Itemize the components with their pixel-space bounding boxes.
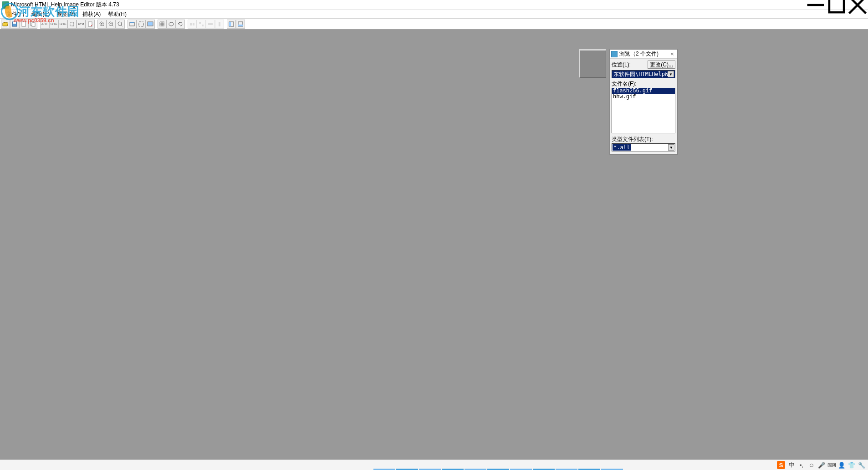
align3-icon[interactable] bbox=[206, 20, 215, 29]
save-icon[interactable] bbox=[10, 20, 19, 29]
type-value: *.all bbox=[613, 144, 631, 151]
svg-rect-35 bbox=[238, 25, 243, 26]
workspace bbox=[0, 30, 868, 460]
panel1-icon[interactable] bbox=[227, 20, 236, 29]
ime-skin-icon[interactable]: 👕 bbox=[848, 461, 855, 469]
toolbar: ART SHG SHG HTM bbox=[0, 19, 868, 30]
menu-edit[interactable]: 编辑(E) bbox=[28, 10, 53, 19]
type-label: 类型文件列表(T): bbox=[612, 136, 675, 143]
browse-panel: 浏览（2 个文件) × 位置(L): 更改(C)... 东软件园\HTMLHel… bbox=[609, 49, 678, 155]
svg-rect-9 bbox=[70, 22, 74, 26]
svg-rect-27 bbox=[193, 23, 194, 25]
location-label: 位置(L): bbox=[612, 61, 631, 69]
svg-rect-26 bbox=[190, 23, 192, 25]
html-icon[interactable]: HTM bbox=[77, 20, 86, 29]
ime-lang-icon[interactable]: 中 bbox=[788, 461, 795, 469]
capture-window-icon[interactable] bbox=[128, 20, 137, 29]
system-tray: S 中 •, ☺ 🎤 ⌨ 👤 👕 🔧 bbox=[777, 460, 868, 470]
menubar: 文件(F) 编辑(E) 视图(V) 捕获(A) 帮助(H) bbox=[0, 10, 868, 19]
filename-label: 文件名(F): bbox=[612, 80, 675, 88]
align4-icon[interactable] bbox=[215, 20, 224, 29]
svg-rect-6 bbox=[22, 22, 26, 26]
zoom-fit-icon[interactable] bbox=[116, 20, 125, 29]
grid-icon[interactable] bbox=[158, 20, 167, 29]
svg-rect-5 bbox=[13, 22, 16, 24]
maximize-button[interactable] bbox=[826, 0, 847, 10]
svg-point-18 bbox=[118, 22, 122, 25]
capture-screen-icon[interactable] bbox=[146, 20, 155, 29]
minimize-button[interactable] bbox=[805, 0, 826, 10]
ime-mic-icon[interactable]: 🎤 bbox=[818, 461, 825, 469]
svg-line-16 bbox=[112, 25, 113, 26]
ime-settings-icon[interactable]: 🔧 bbox=[858, 461, 865, 469]
copy-icon[interactable] bbox=[28, 20, 37, 29]
window-titlebar: Microsoft HTML Help Image Editor 版本 4.73 bbox=[0, 0, 868, 10]
ime-punct-icon[interactable]: •, bbox=[798, 461, 805, 469]
browse-panel-icon bbox=[611, 51, 618, 57]
zoom-out-icon[interactable] bbox=[107, 20, 116, 29]
svg-rect-28 bbox=[199, 22, 201, 24]
svg-rect-22 bbox=[139, 22, 143, 26]
type-dropdown[interactable]: *.all ▼ bbox=[612, 143, 675, 152]
menu-file[interactable]: 文件(F) bbox=[3, 10, 28, 19]
panel2-icon[interactable] bbox=[236, 20, 245, 29]
svg-rect-30 bbox=[208, 23, 213, 25]
ime-face-icon[interactable]: ☺ bbox=[808, 461, 815, 469]
location-value: 东软件园\HTMLHelpWorkshop bbox=[613, 71, 668, 78]
ime-user-icon[interactable]: 👤 bbox=[838, 461, 845, 469]
close-button[interactable] bbox=[847, 0, 868, 10]
svg-line-12 bbox=[103, 25, 104, 26]
chevron-down-icon: ▼ bbox=[668, 71, 674, 77]
align1-icon[interactable] bbox=[188, 20, 197, 29]
align2-icon[interactable] bbox=[197, 20, 206, 29]
app-icon bbox=[2, 1, 9, 9]
svg-point-25 bbox=[169, 22, 174, 26]
taskbar: S 中 •, ☺ 🎤 ⌨ 👤 👕 🔧 bbox=[0, 460, 868, 470]
svg-rect-24 bbox=[148, 22, 153, 25]
svg-rect-29 bbox=[202, 25, 204, 26]
shg-icon[interactable]: SHG bbox=[49, 20, 58, 29]
svg-line-19 bbox=[121, 25, 123, 26]
ime-sogou-icon[interactable]: S bbox=[777, 461, 785, 469]
open-icon[interactable] bbox=[1, 20, 10, 29]
file-listbox[interactable]: flash256.gif hhw.gif bbox=[612, 88, 675, 133]
browse-panel-title: 浏览（2 个文件) bbox=[619, 50, 659, 58]
svg-rect-21 bbox=[130, 22, 134, 23]
list-item[interactable]: hhw.gif bbox=[612, 94, 675, 100]
thumbnail-preview bbox=[579, 49, 606, 78]
clip-icon[interactable] bbox=[67, 20, 77, 29]
shg2-icon[interactable]: SHG bbox=[58, 20, 67, 29]
redo-icon[interactable] bbox=[176, 20, 185, 29]
change-button[interactable]: 更改(C)... bbox=[648, 61, 675, 69]
oval-icon[interactable] bbox=[167, 20, 176, 29]
art-icon[interactable]: ART bbox=[40, 20, 49, 29]
svg-rect-8 bbox=[32, 23, 35, 26]
menu-view[interactable]: 视图(V) bbox=[53, 10, 79, 19]
page-icon[interactable] bbox=[86, 20, 95, 29]
location-dropdown[interactable]: 东软件园\HTMLHelpWorkshop ▼ bbox=[612, 70, 675, 78]
chevron-down-icon: ▼ bbox=[668, 144, 674, 151]
ime-keyboard-icon[interactable]: ⌨ bbox=[828, 461, 835, 469]
svg-rect-31 bbox=[219, 22, 220, 26]
browse-panel-close[interactable]: × bbox=[669, 51, 676, 57]
new-icon[interactable] bbox=[19, 20, 28, 29]
svg-rect-1 bbox=[829, 0, 844, 12]
menu-capture[interactable]: 捕获(A) bbox=[79, 10, 104, 19]
window-title: Microsoft HTML Help Image Editor 版本 4.73 bbox=[11, 1, 119, 9]
menu-help[interactable]: 帮助(H) bbox=[104, 10, 130, 19]
capture-region-icon[interactable] bbox=[137, 20, 146, 29]
svg-rect-33 bbox=[229, 22, 231, 26]
browse-panel-titlebar[interactable]: 浏览（2 个文件) × bbox=[610, 50, 677, 59]
zoom-in-icon[interactable] bbox=[97, 20, 107, 29]
